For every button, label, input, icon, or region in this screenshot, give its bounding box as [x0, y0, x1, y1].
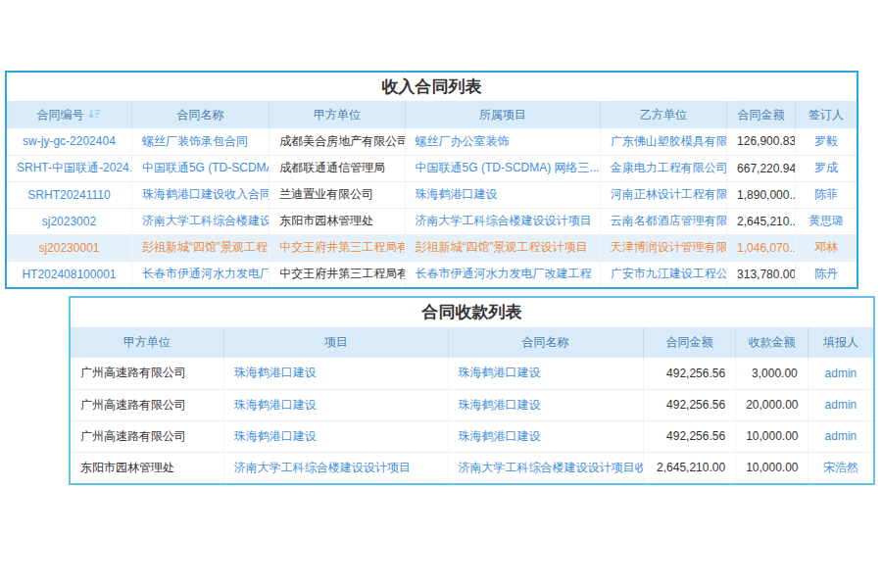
column-header: 项目 — [223, 327, 448, 358]
income-contract-table-card: 收入合同列表 合同编号合同名称甲方单位所属项目乙方单位合同金额签订人 sw-jy… — [5, 71, 858, 289]
income-table-body: sw-jy-gc-2202404螺丝厂装饰承包合同成都美合房地产有限公司螺丝厂办… — [7, 128, 857, 287]
table-cell-link[interactable]: 珠海鹤港口建设 — [405, 181, 600, 208]
table-cell: 492,256.56 — [643, 389, 736, 420]
table-row[interactable]: sw-jy-gc-2202404螺丝厂装饰承包合同成都美合房地产有限公司螺丝厂办… — [7, 128, 857, 155]
table-cell-link[interactable]: 珠海鹤港口建设收入合同2 — [131, 181, 269, 208]
table-cell-link[interactable]: 中国联通5G (TD-SCDMA) 网络三... — [405, 155, 600, 181]
table-cell-link[interactable]: 珠海鹤港口建设 — [448, 420, 643, 452]
table-cell-link[interactable]: SRHT-中国联通-2024... — [7, 155, 131, 181]
table-cell: 3,000.00 — [736, 358, 808, 389]
table-cell-link[interactable]: 螺丝厂办公室装饰 — [405, 128, 600, 155]
table-cell: 492,256.56 — [643, 420, 736, 452]
table-cell-link[interactable]: 珠海鹤港口建设 — [448, 358, 643, 389]
table-cell-link[interactable]: 金康电力工程有限公司 — [600, 155, 726, 181]
column-header-sortable[interactable]: 合同编号 — [7, 101, 131, 128]
column-header: 甲方单位 — [71, 327, 223, 358]
column-header: 甲方单位 — [270, 101, 405, 128]
income-table-title: 收入合同列表 — [7, 73, 857, 101]
column-header-label: 签订人 — [808, 108, 844, 122]
table-cell-link[interactable]: 天津博润设计管理有限... — [600, 234, 726, 261]
table-cell-link[interactable]: 宋浩然 — [808, 452, 873, 483]
column-header-label: 甲方单位 — [314, 108, 361, 122]
table-cell-link[interactable]: sw-jy-gc-2202404 — [7, 128, 131, 155]
table-cell-link[interactable]: 云南名都酒店管理有限... — [600, 208, 726, 234]
table-cell-link[interactable]: 广东佛山塑胶模具有限... — [600, 128, 726, 155]
column-header: 签订人 — [795, 101, 857, 128]
table-cell: 492,256.56 — [643, 358, 736, 389]
table-cell-link[interactable]: sj20230001 — [7, 234, 131, 261]
income-table-head: 合同编号合同名称甲方单位所属项目乙方单位合同金额签订人 — [7, 101, 857, 128]
table-cell: 广州高速路有限公司 — [71, 389, 223, 420]
payment-table-title: 合同收款列表 — [71, 298, 873, 327]
table-cell-link[interactable]: 黄思璐 — [795, 208, 857, 234]
column-header-label: 合同编号 — [36, 108, 83, 122]
column-header: 合同名称 — [131, 101, 269, 128]
table-cell-link[interactable]: 彭祖新城“四馆”景观工程设计... — [131, 234, 269, 261]
column-header-label: 收款金额 — [748, 335, 795, 349]
page: 收入合同列表 合同编号合同名称甲方单位所属项目乙方单位合同金额签订人 sw-jy… — [0, 0, 882, 588]
column-header: 填报人 — [808, 327, 873, 358]
table-cell-link[interactable]: admin — [808, 358, 873, 389]
table-cell-link[interactable]: 济南大学工科综合楼建设设... — [131, 208, 269, 234]
table-cell: 广州高速路有限公司 — [71, 358, 223, 389]
table-cell-link[interactable]: 长春市伊通河水力发电厂改建工程 — [405, 261, 600, 287]
table-cell-link[interactable]: admin — [808, 389, 873, 420]
table-row[interactable]: 广州高速路有限公司珠海鹤港口建设珠海鹤港口建设492,256.5620,000.… — [71, 389, 873, 420]
table-cell: 667,220.94 — [727, 155, 796, 181]
table-cell-link[interactable]: sj2023002 — [7, 208, 131, 234]
table-cell-link[interactable]: 中国联通5G (TD-SCDMA) ... — [131, 155, 269, 181]
table-cell-link[interactable]: 彭祖新城“四馆”景观工程设计项目 — [405, 234, 600, 261]
table-cell: 成都联通通信管理局 — [270, 155, 405, 181]
table-cell-link[interactable]: 珠海鹤港口建设 — [448, 389, 643, 420]
table-cell: 东阳市园林管理处 — [71, 452, 223, 483]
table-cell-link[interactable]: 长春市伊通河水力发电厂改... — [131, 261, 269, 287]
column-header-label: 甲方单位 — [123, 335, 171, 349]
table-cell: 1,046,070... — [727, 234, 796, 261]
table-cell-link[interactable]: 珠海鹤港口建设 — [223, 358, 448, 389]
table-row[interactable]: 东阳市园林管理处济南大学工科综合楼建设设计项目济南大学工科综合楼建设设计项目收.… — [71, 452, 873, 483]
table-cell: 中交王府井第三工程局有限... — [270, 261, 405, 287]
table-row[interactable]: 广州高速路有限公司珠海鹤港口建设珠海鹤港口建设492,256.563,000.0… — [71, 358, 873, 389]
table-cell: 2,645,210.00 — [643, 452, 736, 483]
table-cell: 东阳市园林管理处 — [270, 208, 405, 234]
table-cell-link[interactable]: SRHT20241110 — [7, 181, 131, 208]
table-cell-link[interactable]: 珠海鹤港口建设 — [223, 389, 448, 420]
table-cell-link[interactable]: 陈丹 — [795, 261, 857, 287]
table-cell-link[interactable]: HT202408100001 — [7, 261, 131, 287]
sort-amount-icon[interactable] — [88, 109, 101, 122]
payment-table-body: 广州高速路有限公司珠海鹤港口建设珠海鹤港口建设492,256.563,000.0… — [71, 358, 873, 483]
table-cell-link[interactable]: 邓林 — [795, 234, 857, 261]
payment-list-table-card: 合同收款列表 甲方单位项目合同名称合同金额收款金额填报人 广州高速路有限公司珠海… — [69, 296, 875, 485]
table-row[interactable]: sj20230001彭祖新城“四馆”景观工程设计...中交王府井第三工程局有限.… — [7, 234, 857, 261]
table-cell-link[interactable]: 河南正林设计工程有限... — [600, 181, 726, 208]
table-cell: 1,890,000... — [727, 181, 796, 208]
column-header: 合同金额 — [643, 327, 736, 358]
table-cell-link[interactable]: 广安市九江建设工程公司 — [600, 261, 726, 287]
table-cell-link[interactable]: 珠海鹤港口建设 — [223, 420, 448, 452]
table-cell-link[interactable]: 螺丝厂装饰承包合同 — [131, 128, 269, 155]
table-cell: 中交王府井第三工程局有限... — [270, 234, 405, 261]
table-cell: 广州高速路有限公司 — [71, 420, 223, 452]
table-cell-link[interactable]: 济南大学工科综合楼建设设计项目 — [405, 208, 600, 234]
column-header-label: 乙方单位 — [640, 108, 687, 122]
column-header-label: 填报人 — [823, 335, 858, 349]
column-header: 所属项目 — [405, 101, 600, 128]
table-cell-link[interactable]: 罗成 — [795, 155, 857, 181]
table-cell-link[interactable]: 济南大学工科综合楼建设设计项目收... — [448, 452, 643, 483]
table-row[interactable]: 广州高速路有限公司珠海鹤港口建设珠海鹤港口建设492,256.5610,000.… — [71, 420, 873, 452]
table-row[interactable]: HT202408100001长春市伊通河水力发电厂改...中交王府井第三工程局有… — [7, 261, 857, 287]
payment-table-head: 甲方单位项目合同名称合同金额收款金额填报人 — [71, 327, 873, 358]
table-cell-link[interactable]: 陈菲 — [795, 181, 857, 208]
column-header-label: 合同金额 — [737, 108, 784, 122]
table-cell: 126,900.83 — [727, 128, 796, 155]
column-header: 乙方单位 — [600, 101, 726, 128]
table-cell-link[interactable]: 济南大学工科综合楼建设设计项目 — [223, 452, 448, 483]
table-cell: 兰迪置业有限公司 — [270, 181, 405, 208]
table-row[interactable]: SRHT20241110珠海鹤港口建设收入合同2兰迪置业有限公司珠海鹤港口建设河… — [7, 181, 857, 208]
column-header-label: 合同名称 — [522, 335, 569, 349]
table-row[interactable]: sj2023002济南大学工科综合楼建设设...东阳市园林管理处济南大学工科综合… — [7, 208, 857, 234]
table-row[interactable]: SRHT-中国联通-2024...中国联通5G (TD-SCDMA) ...成都… — [7, 155, 857, 181]
table-cell: 10,000.00 — [736, 420, 808, 452]
table-cell-link[interactable]: admin — [808, 420, 873, 452]
table-cell-link[interactable]: 罗毅 — [795, 128, 857, 155]
